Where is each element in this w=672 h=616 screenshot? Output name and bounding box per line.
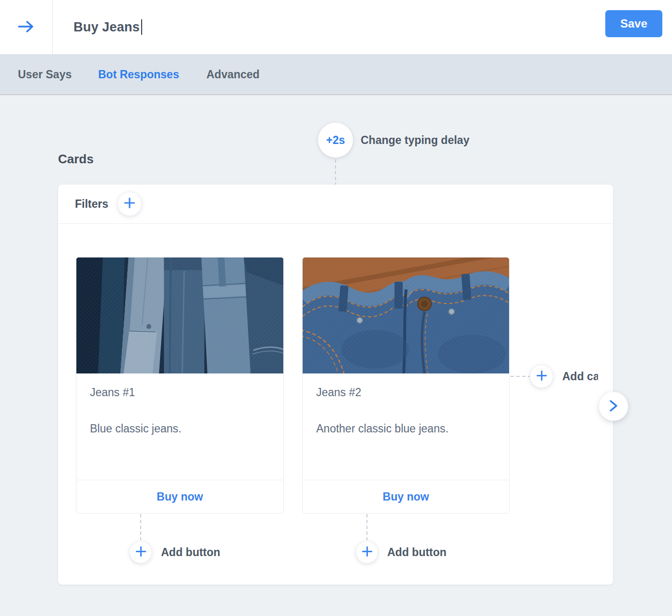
add-button-label: Add button (387, 541, 447, 563)
text-cursor (141, 19, 142, 35)
flow-title-text: Buy Jeans (73, 20, 140, 35)
add-card-connector (511, 376, 530, 377)
card-title[interactable]: Jeans #2 (316, 386, 361, 399)
add-card-label: Add card (562, 370, 598, 383)
filters-divider (58, 223, 613, 224)
buy-now-button[interactable]: Buy now (303, 480, 509, 513)
card-image[interactable] (76, 258, 283, 373)
back-arrow-button[interactable] (14, 14, 39, 40)
section-title: Cards (58, 152, 94, 167)
card-description[interactable]: Blue classic jeans. (90, 422, 181, 435)
add-card-button[interactable] (530, 365, 553, 388)
right-arrow-icon (18, 20, 34, 34)
flow-title-input[interactable]: Buy Jeans (73, 0, 142, 54)
tab-bar: User Says Bot Responses Advanced (0, 54, 672, 95)
add-filter-button[interactable] (117, 192, 142, 216)
add-button-button[interactable] (356, 541, 378, 563)
scroll-right-button[interactable] (599, 392, 628, 421)
plus-icon (362, 546, 373, 559)
tab-user-says[interactable]: User Says (18, 54, 72, 95)
tab-advanced[interactable]: Advanced (206, 54, 260, 95)
add-card-label-clip: Add card (562, 368, 598, 385)
gallery-card: Jeans #1 Blue classic jeans. Buy now (76, 257, 284, 514)
card-description[interactable]: Another classic blue jeans. (316, 422, 449, 435)
save-button[interactable]: Save (605, 10, 662, 37)
cards-panel: Filters (58, 185, 613, 585)
add-button-button[interactable] (130, 541, 152, 563)
plus-icon (536, 370, 547, 383)
add-button-connector (140, 514, 141, 540)
plus-icon (124, 197, 135, 211)
tab-bot-responses[interactable]: Bot Responses (98, 54, 179, 95)
chevron-right-icon (608, 400, 619, 414)
typing-delay-badge[interactable]: +2s (318, 123, 353, 158)
top-bar: Buy Jeans Save (0, 0, 672, 54)
add-button-label: Add button (161, 541, 220, 563)
add-button-connector (366, 514, 367, 540)
topbar-divider (52, 0, 53, 54)
gallery-card: Jeans #2 Another classic blue jeans. Buy… (302, 257, 510, 514)
plus-icon (135, 546, 146, 559)
typing-delay-label: Change typing delay (361, 123, 469, 158)
typing-delay-connector (335, 159, 336, 185)
buy-now-button[interactable]: Buy now (76, 480, 283, 513)
card-title[interactable]: Jeans #1 (90, 386, 135, 399)
card-image[interactable] (303, 258, 509, 373)
filters-label: Filters (75, 185, 108, 223)
